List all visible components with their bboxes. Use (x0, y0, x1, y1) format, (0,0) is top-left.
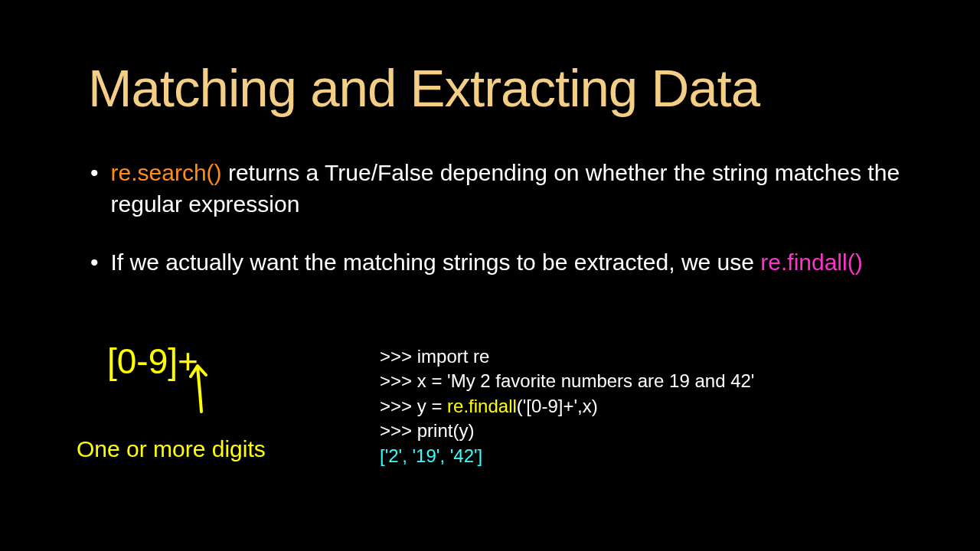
code-line-2: >>> x = 'My 2 favorite numbers are 19 an… (380, 369, 754, 393)
bullet-list: • re.search() returns a True/False depen… (90, 158, 902, 306)
code-line-4: >>> print(y) (380, 419, 754, 443)
regex-pattern: [0-9]+ (107, 341, 345, 382)
code-line-5-output: ['2', '19', '42'] (380, 444, 754, 468)
code-l3-prefix: >>> y = (380, 396, 447, 416)
code-l3-args: ('[0-9]+',x) (517, 396, 598, 416)
bullet-dot-icon: • (90, 158, 99, 220)
bullet-dot-icon: • (90, 247, 99, 279)
code-l3-func: re.findall (447, 396, 517, 416)
slide-title: Matching and Extracting Data (88, 58, 760, 119)
bullet-text: re.search() returns a True/False dependi… (111, 158, 902, 220)
code-example: >>> import re >>> x = 'My 2 favorite num… (380, 344, 754, 468)
bullet1-rest: returns a True/False depending on whethe… (111, 160, 900, 217)
bullet-item-2: • If we actually want the matching strin… (90, 247, 902, 279)
code-line-1: >>> import re (380, 344, 754, 369)
bullet-text: If we actually want the matching strings… (111, 247, 902, 279)
regex-label: One or more digits (77, 436, 266, 462)
code-line-3: >>> y = re.findall('[0-9]+',x) (380, 394, 754, 419)
code-ref-findall: re.findall() (760, 249, 862, 275)
arrow-up-icon (186, 360, 217, 416)
regex-callout: [0-9]+ One or more digits (77, 341, 345, 382)
code-ref-search: re.search() (111, 160, 222, 185)
bullet-item-1: • re.search() returns a True/False depen… (90, 158, 902, 220)
bullet2-pre: If we actually want the matching strings… (111, 249, 761, 275)
slide: Matching and Extracting Data • re.search… (0, 0, 980, 551)
